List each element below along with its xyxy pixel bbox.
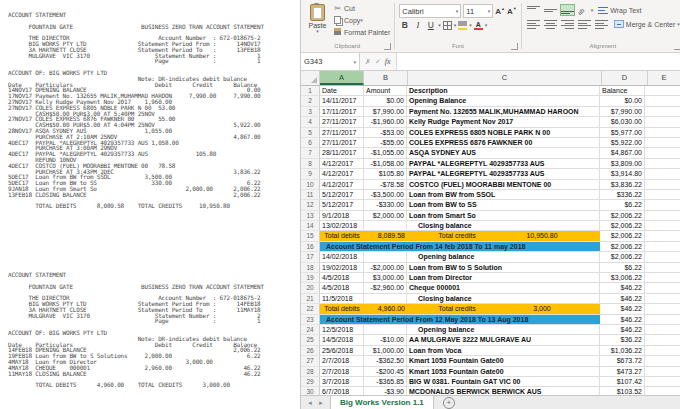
- cell-date[interactable]: 4/5/2018: [320, 273, 364, 283]
- cell-amount[interactable]: -$362.50: [364, 356, 407, 366]
- cell-balance[interactable]: $46.22: [600, 325, 645, 335]
- column-header-b[interactable]: B: [364, 71, 408, 85]
- cell-description[interactable]: Kmart 1053 Fountain Gate00: [407, 356, 600, 366]
- row-number[interactable]: 13: [301, 211, 320, 221]
- column-header-d[interactable]: D: [602, 71, 648, 85]
- cell-amount[interactable]: $3,000.00: [364, 273, 407, 283]
- cell-empty[interactable]: [645, 159, 680, 169]
- row-number[interactable]: 19: [301, 273, 320, 283]
- format-painter-button[interactable]: Format Painter: [333, 26, 390, 38]
- cell-balance[interactable]: $4,867.00: [600, 148, 645, 158]
- cell-description[interactable]: Loan from BW to S Solution: [407, 263, 600, 273]
- sheet-nav-next-icon[interactable]: ►: [318, 400, 324, 406]
- cell-date[interactable]: 27/11/2017: [320, 117, 364, 127]
- column-header-c[interactable]: C: [408, 71, 602, 85]
- font-dialog-launcher[interactable]: [511, 43, 518, 50]
- cell-date[interactable]: 13/02/2018: [320, 221, 364, 231]
- align-middle-icon[interactable]: [543, 4, 558, 16]
- row-number[interactable]: 18: [301, 263, 320, 273]
- cell-balance[interactable]: $3,006.22: [600, 273, 645, 283]
- period-row-highlight[interactable]: Account Statement Period From 12 May 201…: [320, 315, 600, 325]
- cell-balance[interactable]: $46.22: [600, 283, 645, 293]
- cell-balance[interactable]: $3,836.22: [600, 180, 645, 190]
- italic-button[interactable]: I: [412, 20, 423, 30]
- cell-empty[interactable]: [645, 211, 680, 221]
- row-number[interactable]: 23: [301, 315, 320, 325]
- cell-description[interactable]: Closing balance: [407, 294, 600, 304]
- cell-balance[interactable]: $2,006.22: [600, 242, 645, 252]
- cell-balance[interactable]: $1,036.22: [600, 346, 645, 356]
- align-center-icon[interactable]: [543, 18, 558, 30]
- cell-amount[interactable]: -$1,055.00: [364, 148, 407, 158]
- clipboard-dialog-launcher[interactable]: [384, 43, 391, 50]
- row-number[interactable]: 28: [301, 367, 320, 377]
- cell-description[interactable]: MCDONALDS BERWICK BERWICK AUS: [407, 387, 600, 395]
- cell-empty[interactable]: [645, 304, 680, 314]
- cell-amount[interactable]: $2,000.00: [364, 211, 407, 221]
- cell-description[interactable]: PAYPAL *ALEGREPTYL 4029357733 AUS: [407, 169, 600, 179]
- row-number[interactable]: 11: [301, 190, 320, 200]
- align-top-icon[interactable]: [526, 4, 541, 16]
- cell-description[interactable]: Opening balance: [407, 252, 600, 262]
- cell-date[interactable]: 25/6/2018: [320, 346, 364, 356]
- cell-empty[interactable]: [645, 367, 680, 377]
- cell-date[interactable]: 27/11/2017: [320, 128, 364, 138]
- cell-description[interactable]: Kelly Rudge Payment Nov 2017: [407, 117, 600, 127]
- cell-empty[interactable]: [645, 335, 680, 345]
- cell-description[interactable]: Payment No. 132655 MALIK,MUHAMMAD HAROON: [407, 107, 600, 117]
- cell-amount[interactable]: -$365.85: [364, 377, 407, 387]
- cell-balance[interactable]: $107.42: [600, 377, 645, 387]
- cell-date[interactable]: 5/12/2017: [320, 200, 364, 210]
- totals-row-highlight[interactable]: Total debits8,089.58Total credits10,950.…: [320, 231, 600, 241]
- cell-empty[interactable]: [645, 294, 680, 304]
- cell-balance[interactable]: $5,922.00: [600, 138, 645, 148]
- totals-row-highlight[interactable]: Total debits4,960.00Total credits3,000: [320, 304, 600, 314]
- cell-amount[interactable]: -$3,500.00: [364, 190, 407, 200]
- cell-amount[interactable]: -$3.90: [364, 387, 407, 395]
- cell-date[interactable]: 19/02/2018: [320, 263, 364, 273]
- cell-amount[interactable]: -$53.00: [364, 128, 407, 138]
- row-number[interactable]: 24: [301, 325, 320, 335]
- cell-description[interactable]: Opening Balance: [407, 96, 600, 106]
- cell-description[interactable]: AA MULGRAVE 3222 MULGRAVE AU: [407, 335, 600, 345]
- name-box[interactable]: G343 ▾: [301, 53, 360, 70]
- cell-amount[interactable]: -$55.00: [364, 138, 407, 148]
- fx-icon[interactable]: fx: [385, 57, 391, 66]
- cell-amount[interactable]: $1,000.00: [364, 346, 407, 356]
- row-number[interactable]: 12: [301, 200, 320, 210]
- cell-empty[interactable]: [645, 128, 680, 138]
- cell-amount[interactable]: -$2,960.00: [364, 283, 407, 293]
- cell-description[interactable]: COLES EXPRESS 6876 FAWKNER 00: [407, 138, 600, 148]
- cell-balance[interactable]: $3,914.80: [600, 169, 645, 179]
- cell-balance[interactable]: $2,006.22: [600, 211, 645, 221]
- bold-button[interactable]: B: [399, 20, 410, 30]
- row-number[interactable]: 16: [301, 242, 320, 252]
- align-bottom-icon[interactable]: [560, 4, 575, 16]
- cell-description[interactable]: COSTCO (FUEL) MOORABBI MENTONE 00: [407, 180, 600, 190]
- copy-button[interactable]: Copy ▾: [333, 14, 390, 26]
- cell-description[interactable]: Description: [407, 86, 600, 96]
- cell-description[interactable]: COLES EXPRESS 6805 NOBLE PARK N 00: [407, 128, 600, 138]
- cell-balance[interactable]: $2,006.22: [600, 231, 645, 241]
- cell-amount[interactable]: -$1,058.00: [364, 159, 407, 169]
- row-number[interactable]: 3: [301, 107, 320, 117]
- cut-button[interactable]: ✂ Cut: [333, 2, 390, 14]
- row-number[interactable]: 14: [301, 221, 320, 231]
- row-number[interactable]: 22: [301, 304, 320, 314]
- cell-empty[interactable]: [645, 169, 680, 179]
- row-number[interactable]: 27: [301, 356, 320, 366]
- cell-amount[interactable]: [364, 325, 407, 335]
- cell-date[interactable]: 4/12/2017: [320, 180, 364, 190]
- cell-balance[interactable]: $2,006.22: [600, 252, 645, 262]
- cell-balance[interactable]: $7,990.00: [600, 107, 645, 117]
- row-number[interactable]: 10: [301, 180, 320, 190]
- row-number[interactable]: 15: [301, 231, 320, 241]
- cell-date[interactable]: 6/7/2018: [320, 387, 364, 395]
- cell-empty[interactable]: [645, 346, 680, 356]
- cell-balance[interactable]: $36.22: [600, 335, 645, 345]
- row-number[interactable]: 4: [301, 117, 320, 127]
- row-number[interactable]: 7: [301, 148, 320, 158]
- cell-amount[interactable]: -$78.58: [364, 180, 407, 190]
- row-number[interactable]: 2: [301, 96, 320, 106]
- cell-description[interactable]: Loan from BW to SS: [407, 200, 600, 210]
